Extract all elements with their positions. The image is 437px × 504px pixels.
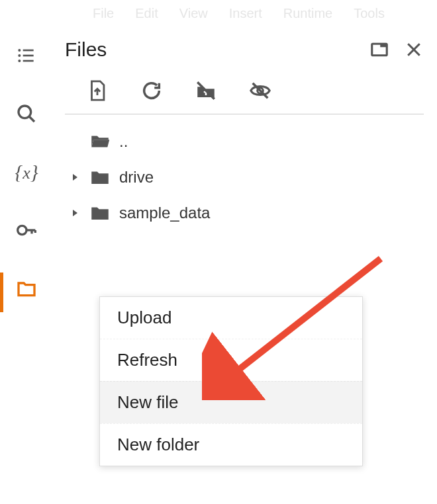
folder-icon	[89, 202, 111, 224]
menu-insert[interactable]: Insert	[229, 6, 262, 21]
svg-rect-3	[23, 55, 34, 57]
file-tree: .. drive sample_data	[53, 114, 430, 231]
menubar: File Edit View Insert Runtime Tools	[0, 0, 437, 26]
sidebar-files[interactable]	[11, 273, 42, 304]
file-name: sample_data	[119, 204, 210, 222]
visibility-off-icon[interactable]	[249, 79, 271, 102]
tab-icon[interactable]	[369, 40, 389, 60]
menu-edit[interactable]: Edit	[135, 6, 158, 21]
svg-rect-5	[23, 60, 34, 62]
file-row-parent[interactable]: ..	[65, 124, 430, 159]
svg-rect-1	[23, 50, 34, 52]
context-menu-new-folder[interactable]: New folder	[100, 423, 362, 466]
svg-rect-13	[380, 44, 387, 47]
sidebar-toc[interactable]	[11, 40, 42, 71]
triangle-right-icon	[71, 209, 79, 217]
menu-tools[interactable]: Tools	[354, 6, 385, 21]
context-menu-new-file[interactable]: New file	[100, 381, 362, 423]
context-menu: Upload Refresh New file New folder	[99, 296, 363, 466]
folder-open-icon	[89, 130, 111, 153]
folder-icon	[16, 278, 37, 299]
file-row-sample-data[interactable]: sample_data	[65, 195, 430, 231]
svg-line-7	[29, 116, 34, 122]
panel-title: Files	[65, 38, 107, 61]
close-icon[interactable]	[404, 40, 424, 60]
expand-icon[interactable]	[69, 173, 81, 181]
sidebar-search[interactable]	[11, 98, 42, 130]
svg-point-6	[19, 106, 31, 118]
svg-point-2	[18, 54, 21, 57]
active-indicator	[0, 273, 3, 312]
triangle-right-icon	[71, 173, 79, 181]
svg-point-4	[18, 60, 21, 62]
panel-header: Files	[53, 26, 430, 73]
sidebar: {x}	[0, 26, 53, 504]
upload-file-icon[interactable]	[86, 79, 109, 102]
file-name: ..	[119, 132, 128, 151]
braces-x-icon: {x}	[15, 161, 38, 183]
file-row-drive[interactable]: drive	[65, 159, 430, 195]
sidebar-variables[interactable]: {x}	[11, 156, 42, 188]
files-toolbar	[65, 73, 424, 114]
sidebar-secrets[interactable]	[11, 214, 42, 246]
svg-point-8	[18, 226, 26, 234]
file-name: drive	[119, 168, 154, 187]
context-menu-upload[interactable]: Upload	[100, 297, 362, 339]
refresh-icon[interactable]	[140, 79, 163, 102]
search-icon	[16, 103, 37, 124]
folder-icon	[89, 166, 111, 189]
menu-view[interactable]: View	[179, 6, 208, 21]
list-icon	[16, 45, 37, 66]
menu-runtime[interactable]: Runtime	[283, 6, 332, 21]
expand-icon[interactable]	[69, 209, 81, 217]
context-menu-refresh[interactable]: Refresh	[100, 339, 362, 381]
svg-point-0	[18, 49, 21, 52]
menu-file[interactable]: File	[93, 6, 114, 21]
key-icon	[16, 220, 37, 241]
mount-drive-off-icon[interactable]	[195, 79, 217, 102]
